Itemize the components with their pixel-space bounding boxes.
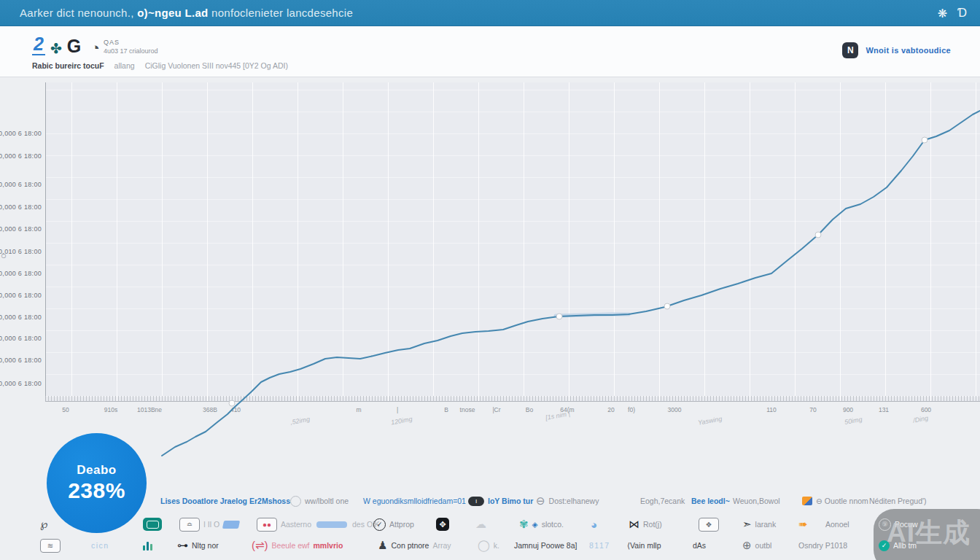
toolbar-row-2: ≋cicn⊶Nltg nor(⇌)Beeule ewfmmlvrio♟Con p… — [0, 537, 980, 553]
chart-annotation: [1s nim | — [545, 410, 570, 421]
mllp-label: ⟨Vain mllp — [627, 541, 661, 550]
das-tool[interactable]: dAs — [693, 537, 706, 553]
legend-label: Dost:elhanewy — [549, 497, 599, 505]
sketch-card-icon: ≋ — [40, 539, 61, 553]
approve-label: Attprop — [389, 520, 414, 529]
das-label: dAs — [693, 541, 706, 550]
blue-progress-bar — [316, 521, 347, 528]
circle-outline-icon: ◯ — [478, 539, 490, 552]
circle-outline-icon — [290, 496, 301, 507]
legend-label: ww/lboltl one — [305, 497, 349, 505]
swoosh-icon: ➠ — [798, 518, 808, 531]
cicn-label: cicn — [91, 541, 109, 550]
rank-label: larank — [755, 520, 777, 529]
legend-label: Néditen Pregud') — [869, 497, 926, 505]
app-window: Aarker dict nenounch., o)~ngeu L.ad nonf… — [0, 0, 980, 560]
red-dots-card-icon: ●● — [257, 518, 277, 532]
legend-item-toggle[interactable]: IloY Bimo tur — [468, 495, 533, 507]
toolbar-row-1: ℘≏I Il O●●Aasternodes OiK✓Attprop✥☁✾◈slo… — [0, 516, 980, 532]
glyph-card-tool[interactable]: ❖ — [699, 516, 719, 532]
rotate-label: Rot(j) — [643, 520, 662, 529]
legend-item-minus[interactable]: ⊖Dost:elhanewy — [536, 495, 599, 507]
kpi-title: Deabo — [77, 463, 116, 478]
legend-label: ⊖ Ouotle nnom — [816, 497, 868, 505]
help-mllp-tool[interactable]: ⟨Vain mllp — [627, 537, 661, 553]
shield-icon: ◈ — [532, 520, 538, 529]
toggle-pill-icon: I — [468, 497, 484, 506]
globe-label: outbl — [755, 541, 772, 550]
axis-annotations: ,52img120img[1s nim |Yaswing50img/Ding — [0, 0, 980, 467]
power-tool[interactable]: Jamnuj Poowe 8a] — [514, 537, 577, 553]
legend-series-primary[interactable]: Lises Dooatlore Jraelog Er2Mshoss — [160, 495, 290, 507]
osndry-tool[interactable]: Osndry P1018 — [798, 537, 847, 553]
rank-tool[interactable]: ➣larank — [742, 516, 776, 532]
note-card-tool[interactable]: ≏I Il O — [179, 516, 239, 532]
circle-label: k. — [494, 541, 499, 550]
sketch-card-tool[interactable]: ≋ — [40, 537, 61, 553]
aonoel-label: Aonoel — [825, 520, 849, 529]
screen-tool[interactable] — [143, 516, 162, 532]
legend-item-8[interactable]: Weuon,Bowol — [733, 495, 780, 507]
allb-tool[interactable]: ✓Allb tm — [879, 537, 917, 553]
swoosh-tool[interactable]: ➠ — [798, 516, 808, 532]
allb-label: Allb tm — [893, 541, 917, 550]
chart-annotation: 50img — [844, 416, 863, 426]
orange-blue-swatch-icon — [802, 497, 812, 505]
focus-label: Pocuw — [895, 520, 918, 529]
legend-item-10[interactable]: Néditen Pregud') — [869, 495, 926, 507]
legend-item-6[interactable]: Eogh,7ecank — [640, 495, 685, 507]
chart-legend: Lises Dooatlore Jraelog Er2Mshossww/lbol… — [0, 495, 980, 507]
stats-tool[interactable] — [143, 537, 152, 553]
signature-stamp[interactable]: ℘ — [40, 516, 47, 532]
alert-tool[interactable]: (⇌)Beeule ewfmmlvrio — [252, 537, 343, 553]
alert-label: Beeule ewf — [272, 541, 310, 550]
recording-card-tool[interactable]: ●●Aasternodes OiK — [257, 516, 379, 532]
globe-tool[interactable]: ⊕outbl — [742, 537, 771, 553]
record-label: Aasterno — [281, 520, 311, 529]
globe-icon: ⊕ — [742, 539, 752, 552]
circle-minus-icon: ⊖ — [536, 494, 545, 508]
compare-tool[interactable]: ♟Con ptnoreArray — [378, 537, 451, 553]
osndry-label: Osndry P1018 — [798, 541, 847, 550]
legend-label: W eguondiksmlloidfriedam=01 — [363, 497, 466, 505]
cicn-tool[interactable]: cicn — [91, 537, 109, 553]
code-tool[interactable]: 8117 — [589, 537, 610, 553]
code-label: 8117 — [589, 541, 610, 550]
aonoel-tool[interactable]: Aonoel — [825, 516, 849, 532]
connector-label: Nltg nor — [192, 541, 219, 550]
compare-label: Con ptnore — [391, 541, 429, 550]
blue-flag-icon — [222, 521, 240, 529]
plug-icon: ⊶ — [177, 539, 188, 552]
focus-tool[interactable]: ⑨Pocuw — [879, 516, 918, 532]
security-tool[interactable]: ✾◈slotco. — [519, 516, 564, 532]
shuffle-tool[interactable]: ✥ — [436, 516, 449, 532]
pencil-card-icon: ≏ — [179, 518, 200, 532]
pie-tool[interactable]: ◕ — [591, 516, 597, 532]
legend-item-radio[interactable]: ww/lboltl one — [290, 495, 349, 507]
pie-icon: ◕ — [591, 518, 597, 531]
legend-item-7[interactable]: Bee leodl~ — [691, 495, 730, 507]
legend-item-link[interactable]: W eguondiksmlloidfriedam=01 — [363, 495, 466, 507]
connector-tool[interactable]: ⊶Nltg nor — [177, 537, 219, 553]
circled-nine-icon: ⑨ — [879, 518, 891, 531]
bird-icon: ➣ — [742, 518, 752, 531]
signature-icon: ℘ — [40, 518, 47, 531]
approve-tool[interactable]: ✓Attprop — [373, 516, 414, 532]
legend-label: Eogh,7ecank — [640, 497, 685, 505]
chart-annotation: Yaswing — [697, 415, 723, 427]
bar-chart-icon — [143, 540, 152, 551]
y-axis-side-label: O — [0, 253, 7, 258]
circle-tool[interactable]: ◯k. — [478, 537, 499, 553]
teal-check-icon: ✓ — [879, 540, 890, 551]
security-label: slotco. — [542, 520, 564, 529]
chart-annotation: 120img — [390, 416, 413, 427]
arrows-dark-icon: ✥ — [436, 518, 449, 531]
cloud-tool[interactable]: ☁ — [475, 516, 486, 532]
rotate-tool[interactable]: ⋈Rot(j) — [629, 516, 662, 532]
legend-item-quote[interactable]: ⊖ Ouotle nnom — [802, 495, 868, 507]
chart-annotation: /Ding — [912, 414, 928, 424]
red-arrows-icon: (⇌) — [252, 539, 268, 552]
legend-label: Bee leodl~ — [691, 497, 730, 505]
check-circle-icon: ✓ — [373, 518, 386, 531]
bowtie-icon: ⋈ — [629, 518, 639, 531]
